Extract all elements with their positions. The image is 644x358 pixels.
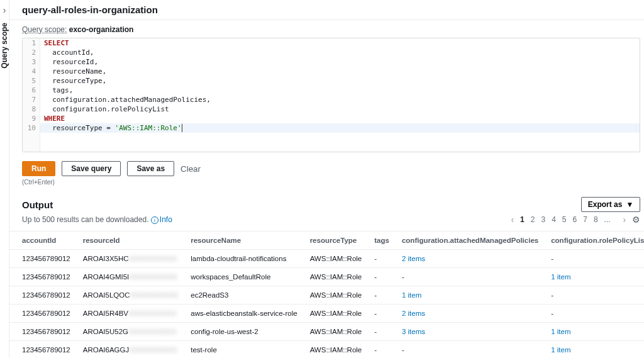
editor-line[interactable]: 5 resourceType,	[23, 76, 640, 86]
cell-rolePolicyList: 1 item	[545, 341, 644, 359]
cell-accountId: 123456789012	[9, 286, 77, 305]
cell-accountId: 123456789012	[9, 250, 77, 268]
editor-line[interactable]: 4 resourceName,	[23, 67, 640, 76]
cell-attachedManagedPolicies: -	[396, 341, 545, 359]
cell-resourceType: AWS::IAM::Role	[304, 341, 369, 359]
code-line[interactable]: resourceId,	[40, 57, 98, 67]
items-link[interactable]: 1 item	[551, 346, 570, 354]
cell-attachedManagedPolicies: -	[396, 268, 545, 286]
code-line[interactable]: configuration.rolePolicyList	[40, 104, 169, 114]
cell-attachedManagedPolicies: 2 items	[396, 250, 545, 268]
code-line[interactable]: accountId,	[40, 48, 94, 57]
col-configuration-attachedManagedPolicies: configuration.attachedManagedPolicies	[396, 232, 545, 250]
pager: ‹ 12345678... › ⚙	[511, 215, 640, 225]
cell-rolePolicyList: -	[545, 250, 644, 268]
pager-page[interactable]: ...	[604, 215, 611, 224]
code-line[interactable]: resourceName,	[40, 67, 106, 76]
cell-resourceId: AROAI6AGGJXXXXXXXXXX	[77, 341, 185, 359]
cell-tags: -	[368, 305, 396, 323]
gutter: 4	[23, 67, 40, 76]
items-link[interactable]: 2 items	[402, 310, 425, 317]
pager-page[interactable]: 8	[594, 215, 598, 224]
cell-resourceId: AROAI5U52GXXXXXXXXXX	[77, 323, 185, 341]
table-row: 123456789012AROAI5R4BVXXXXXXXXXXaws-elas…	[9, 305, 644, 323]
cell-attachedManagedPolicies: 2 items	[396, 305, 545, 323]
col-resourceId: resourceId	[77, 232, 185, 250]
pager-page[interactable]: 6	[573, 215, 577, 224]
editor-line[interactable]: 6 tags,	[23, 86, 640, 95]
info-link[interactable]: iInfo	[151, 215, 172, 224]
run-button[interactable]: Run	[22, 161, 55, 176]
pager-next[interactable]: ›	[623, 215, 626, 225]
output-header: Output Export as ▼	[9, 191, 644, 215]
export-as-label: Export as	[588, 200, 623, 209]
table-row: 123456789012AROAI6AGGJXXXXXXXXXXtest-rol…	[9, 341, 644, 359]
cell-resourceId: AROAI5R4BVXXXXXXXXXX	[77, 305, 185, 323]
save-as-button[interactable]: Save as	[127, 161, 174, 176]
code-line[interactable]: configuration.attachedManagedPolicies,	[40, 95, 211, 104]
sql-editor[interactable]: 1SELECT2 accountId,3 resourceId,4 resour…	[22, 38, 640, 152]
cell-resourceType: AWS::IAM::Role	[304, 323, 369, 341]
editor-line[interactable]: 8 configuration.rolePolicyList	[23, 104, 640, 114]
gutter: 9	[23, 114, 40, 123]
editor-line[interactable]: 2 accountId,	[23, 48, 640, 57]
query-block: Query scope: exco-organization 1SELECT2 …	[9, 20, 644, 155]
code-line[interactable]: tags,	[40, 86, 73, 95]
items-link[interactable]: 3 items	[402, 328, 425, 335]
pager-page[interactable]: 3	[541, 215, 545, 224]
expand-sidebar-icon[interactable]: ›	[3, 5, 6, 15]
cell-resourceName: test-role	[184, 341, 303, 359]
code-line[interactable]: resourceType,	[40, 76, 106, 86]
cell-accountId: 123456789012	[9, 305, 77, 323]
gutter: 2	[23, 48, 40, 57]
items-link[interactable]: 1 item	[551, 328, 570, 335]
cell-rolePolicyList: 1 item	[545, 323, 644, 341]
cell-rolePolicyList: 1 item	[545, 268, 644, 286]
code-line[interactable]: WHERE	[40, 114, 65, 123]
cell-rolePolicyList: -	[545, 305, 644, 323]
pager-page[interactable]: 7	[583, 215, 587, 224]
page-title: query-all-roles-in-organization	[9, 0, 644, 20]
cell-tags: -	[368, 341, 396, 359]
table-row: 123456789012AROAI3X5HCXXXXXXXXXXlambda-c…	[9, 250, 644, 268]
cell-resourceId: AROAI3X5HCXXXXXXXXXX	[77, 250, 185, 268]
editor-line[interactable]: 1SELECT	[23, 38, 640, 48]
cell-rolePolicyList: -	[545, 286, 644, 305]
query-scope-label: Query scope:	[22, 25, 67, 34]
items-link[interactable]: 1 item	[551, 273, 570, 281]
main: query-all-roles-in-organization Query sc…	[9, 0, 644, 358]
items-link[interactable]: 2 items	[402, 255, 425, 262]
pager-page[interactable]: 2	[531, 215, 535, 224]
settings-icon[interactable]: ⚙	[632, 215, 640, 225]
button-row: Run Save query Save as Clear	[9, 155, 644, 179]
gutter: 6	[23, 86, 40, 95]
cell-resourceName: lambda-cloudtrail-notifications	[184, 250, 303, 268]
cell-accountId: 123456789012	[9, 323, 77, 341]
gutter: 8	[23, 104, 40, 114]
cell-tags: -	[368, 286, 396, 305]
cell-tags: -	[368, 250, 396, 268]
cell-attachedManagedPolicies: 1 item	[396, 286, 545, 305]
pager-page[interactable]: 1	[520, 215, 525, 224]
code-line[interactable]: SELECT	[40, 38, 69, 48]
col-configuration-rolePolicyList: configuration.rolePolicyList	[545, 232, 644, 250]
save-query-button[interactable]: Save query	[62, 161, 121, 176]
col-resourceType: resourceType	[304, 232, 369, 250]
run-hint: (Ctrl+Enter)	[9, 179, 644, 191]
editor-line[interactable]: 3 resourceId,	[23, 57, 640, 67]
export-as-button[interactable]: Export as ▼	[581, 197, 641, 212]
gutter: 3	[23, 57, 40, 67]
editor-line[interactable]: 10 resourceType = 'AWS::IAM::Role'	[23, 123, 640, 133]
clear-button[interactable]: Clear	[180, 164, 201, 174]
items-link[interactable]: 1 item	[402, 291, 421, 299]
pager-prev[interactable]: ‹	[511, 215, 514, 225]
info-icon: i	[151, 216, 158, 224]
cell-resourceName: config-role-us-west-2	[184, 323, 303, 341]
pager-page[interactable]: 5	[562, 215, 567, 224]
editor-line[interactable]: 7 configuration.attachedManagedPolicies,	[23, 95, 640, 104]
caret-down-icon: ▼	[626, 200, 633, 209]
col-accountId: accountId	[9, 232, 77, 250]
pager-page[interactable]: 4	[552, 215, 556, 224]
editor-line[interactable]: 9WHERE	[23, 114, 640, 123]
code-line[interactable]: resourceType = 'AWS::IAM::Role'	[40, 123, 182, 133]
